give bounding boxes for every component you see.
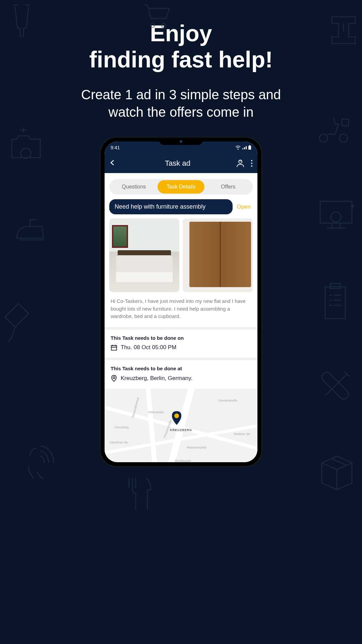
tab-bar: Questions Task Details Offers	[109, 179, 253, 195]
tab-offers[interactable]: Offers	[204, 180, 252, 194]
iron-icon	[10, 208, 50, 252]
nav-title: Task ad	[119, 159, 236, 168]
when-value: Thu. 08 Oct 05:00 PM	[121, 344, 176, 351]
pin-icon	[111, 375, 117, 382]
battery-icon	[248, 145, 251, 150]
task-images	[105, 218, 257, 296]
brush-icon	[0, 299, 37, 349]
svg-rect-1	[249, 145, 250, 146]
status-time: 9:41	[111, 145, 120, 150]
tools-icon	[315, 366, 359, 413]
utensils-icon	[121, 473, 161, 513]
task-status: Open	[237, 204, 253, 210]
where-value: Kreuzberg, Berlin, Germany.	[121, 375, 192, 382]
profile-icon[interactable]	[236, 159, 245, 168]
svg-point-3	[251, 160, 252, 161]
camera-icon	[7, 124, 47, 164]
divider	[105, 358, 257, 360]
task-description: Hi Co-Taskers, I have just moved into my…	[105, 296, 257, 327]
scooter-icon	[315, 107, 355, 144]
box-icon	[315, 449, 359, 496]
phone-screen: 9:41 Task ad Questions Task Details Offe…	[105, 142, 257, 462]
cheers-icon	[3, 0, 44, 44]
task-title: Need help with furniture assembly	[109, 199, 233, 214]
nav-bar: Task ad	[105, 154, 257, 173]
when-label: This Task needs to be done on	[111, 335, 251, 341]
where-section: This Task needs to be done at Kreuzberg,…	[105, 360, 257, 389]
divider	[105, 327, 257, 330]
svg-rect-0	[248, 146, 251, 150]
when-section: This Task needs to be done on Thu. 08 Oc…	[105, 330, 257, 358]
task-image-bedroom[interactable]	[109, 218, 179, 292]
map-view[interactable]: Gitschiner Str. Skalitzer Str. Oranienst…	[105, 389, 257, 463]
fingerprint-icon	[20, 439, 60, 486]
map-pin: KREUZBERG	[170, 410, 192, 431]
phone-notch	[159, 138, 203, 145]
svg-point-7	[174, 413, 179, 418]
hero-title: Enjoy finding fast help!	[0, 0, 362, 72]
svg-point-5	[251, 165, 252, 167]
hero-subtitle: Create 1 ad in 3 simple steps and watch …	[0, 72, 362, 121]
tab-task-details[interactable]: Task Details	[158, 180, 205, 194]
clipboard-icon	[315, 278, 355, 325]
svg-point-2	[239, 160, 242, 163]
wifi-icon	[235, 146, 241, 150]
monitor-icon	[315, 195, 359, 235]
tab-questions[interactable]: Questions	[110, 180, 158, 194]
more-icon[interactable]	[251, 160, 253, 167]
where-label: This Task needs to be done at	[111, 366, 251, 371]
back-button[interactable]	[109, 159, 119, 167]
sewing-icon	[325, 7, 362, 50]
task-image-wardrobe[interactable]	[183, 218, 253, 292]
cart-icon	[141, 0, 174, 30]
svg-point-4	[251, 163, 252, 164]
phone-frame: 9:41 Task ad Questions Task Details Offe…	[101, 138, 261, 466]
signal-icon	[242, 146, 247, 150]
svg-rect-6	[111, 345, 117, 350]
task-header: Need help with furniture assembly Open	[109, 199, 253, 214]
calendar-icon	[111, 344, 117, 351]
